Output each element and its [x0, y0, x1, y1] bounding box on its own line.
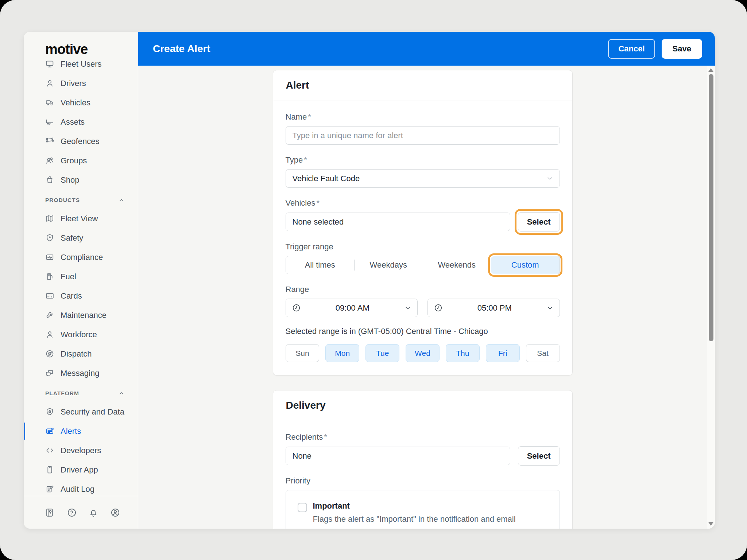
end-time-value: 05:00 PM [443, 303, 546, 313]
sidebar-section-platform[interactable]: PLATFORM [24, 384, 138, 402]
sidebar-item-geofences[interactable]: Geofences [24, 132, 138, 151]
page-title: Create Alert [153, 43, 608, 55]
save-button[interactable]: Save [662, 39, 702, 59]
alert-card: Alert Name* Type* Vehicle Fault Code [273, 70, 573, 376]
sidebar-item-shop[interactable]: Shop [24, 170, 138, 190]
trigger-range-option-all-times[interactable]: All times [286, 256, 355, 274]
sidebar-item-audit-log[interactable]: Audit Log [24, 479, 138, 496]
sidebar-item-label: Groups [61, 156, 87, 166]
sidebar-item-groups[interactable]: Groups [24, 151, 138, 170]
sidebar-item-label: Drivers [61, 79, 86, 88]
screen-background: motive Fleet Users Drivers Vehicles [0, 0, 747, 560]
alert-type-value: Vehicle Fault Code [293, 174, 546, 183]
cancel-button[interactable]: Cancel [608, 39, 655, 59]
geofence-icon [45, 137, 54, 146]
delivery-card-title: Delivery [286, 400, 560, 411]
sidebar-item-developers[interactable]: Developers [24, 441, 138, 460]
shopping-bag-icon [45, 175, 54, 184]
alert-type-select[interactable]: Vehicle Fault Code [286, 169, 560, 188]
app-window: motive Fleet Users Drivers Vehicles [24, 32, 715, 529]
day-chip-fri[interactable]: Fri [486, 344, 520, 362]
truck-icon [45, 98, 54, 107]
chevron-up-icon [118, 390, 125, 397]
scroll-down-arrow-icon[interactable] [708, 522, 713, 526]
chat-bubbles-icon [45, 369, 54, 378]
account-icon[interactable] [110, 508, 120, 518]
sidebar-item-assets[interactable]: Assets [24, 112, 138, 132]
range-label: Range [286, 285, 560, 294]
alert-document-icon [45, 427, 54, 436]
important-checkbox[interactable] [298, 503, 307, 512]
sidebar-item-workforce[interactable]: Workforce [24, 325, 138, 344]
alert-name-input[interactable] [286, 126, 560, 145]
sidebar-item-label: Vehicles [61, 98, 90, 108]
sidebar-item-vehicles[interactable]: Vehicles [24, 93, 138, 112]
day-chip-thu[interactable]: Thu [446, 344, 480, 362]
start-time-select[interactable]: 09:00 AM [286, 299, 418, 317]
important-description: Flags the alert as "Important" in the no… [313, 514, 516, 524]
sidebar-item-label: Geofences [61, 137, 99, 146]
sidebar-item-fleet-view[interactable]: Fleet View [24, 209, 138, 228]
recipients-label: Recipients* [286, 432, 560, 442]
end-time-select[interactable]: 05:00 PM [427, 299, 560, 317]
recipients-select-button[interactable]: Select [518, 446, 560, 466]
vehicles-select-button[interactable]: Select [518, 212, 560, 232]
day-chip-mon[interactable]: Mon [325, 344, 359, 362]
motive-logo[interactable]: motive [45, 42, 88, 57]
person-icon [45, 330, 54, 339]
sidebar-item-compliance[interactable]: Compliance [24, 248, 138, 267]
audit-log-icon [45, 485, 54, 494]
sidebar-item-driver-app[interactable]: Driver App [24, 460, 138, 479]
sidebar-item-messaging[interactable]: Messaging [24, 363, 138, 383]
sidebar-item-label: Safety [61, 233, 83, 243]
sidebar-item-label: Fuel [61, 272, 76, 281]
chevron-down-icon [404, 304, 411, 312]
trigger-range-option-custom[interactable]: Custom [491, 256, 560, 274]
day-chip-sat[interactable]: Sat [526, 344, 560, 362]
code-icon [45, 446, 54, 455]
sidebar-item-maintenance[interactable]: Maintenance [24, 306, 138, 325]
alert-card-header: Alert [273, 70, 572, 101]
sidebar-item-dispatch[interactable]: Dispatch [24, 344, 138, 363]
sidebar-item-security-and-data[interactable]: Security and Data [24, 402, 138, 421]
trigger-range-label: Trigger range [286, 242, 560, 252]
sidebar-item-fleet-users[interactable]: Fleet Users [24, 58, 138, 74]
sidebar-nav: Fleet Users Drivers Vehicles Assets Geof… [24, 58, 138, 496]
sidebar-item-label: Driver App [61, 465, 98, 475]
important-title: Important [313, 501, 516, 511]
logo-row: motive [24, 32, 138, 58]
sidebar-item-fuel[interactable]: Fuel [24, 267, 138, 286]
sidebar-footer [24, 496, 138, 529]
type-label: Type* [286, 155, 560, 165]
alert-card-title: Alert [286, 79, 560, 91]
day-chip-wed[interactable]: Wed [406, 344, 440, 362]
priority-option-important: Important Flags the alert as "Important"… [286, 490, 560, 529]
notifications-bell-icon[interactable] [88, 508, 98, 518]
sidebar-item-label: Maintenance [61, 311, 107, 320]
day-chip-sun[interactable]: Sun [286, 344, 320, 362]
vehicles-value[interactable]: None selected [286, 213, 510, 231]
day-chip-tue[interactable]: Tue [365, 344, 399, 362]
help-icon[interactable] [67, 508, 77, 518]
sidebar-item-label: Messaging [61, 369, 99, 378]
sidebar-item-safety[interactable]: Safety [24, 228, 138, 248]
monitor-icon [45, 59, 54, 69]
trigger-range-option-weekdays[interactable]: Weekdays [354, 256, 423, 274]
sidebar-item-cards[interactable]: Cards [24, 286, 138, 306]
section-label: PLATFORM [45, 390, 79, 397]
scrollbar-thumb[interactable] [709, 74, 713, 341]
map-book-icon[interactable] [45, 508, 55, 518]
sidebar-item-label: Shop [61, 175, 79, 185]
vertical-scrollbar [707, 66, 715, 529]
clock-icon [434, 303, 443, 312]
chevron-up-icon [118, 197, 125, 203]
sidebar-section-products[interactable]: PRODUCTS [24, 191, 138, 209]
sidebar-item-alerts[interactable]: Alerts [24, 421, 138, 441]
scroll-up-arrow-icon[interactable] [708, 68, 713, 72]
phone-icon [45, 465, 54, 474]
trigger-range-option-weekends[interactable]: Weekends [423, 256, 491, 274]
sidebar-item-drivers[interactable]: Drivers [24, 74, 138, 93]
recipients-value[interactable]: None [286, 447, 510, 465]
wrench-icon [45, 311, 54, 320]
chevron-down-icon [546, 175, 554, 182]
